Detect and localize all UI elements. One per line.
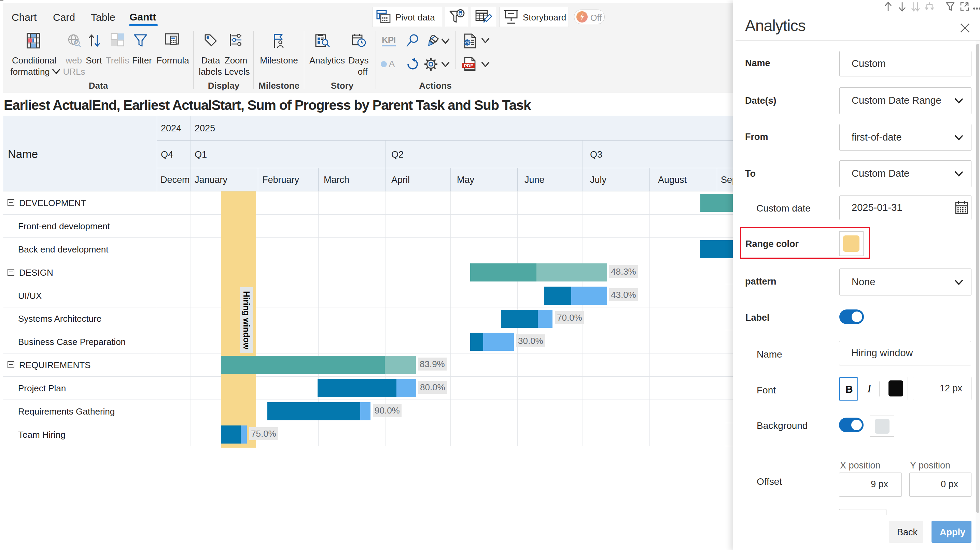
svg-text:PDF: PDF <box>464 63 473 68</box>
svg-text:A: A <box>388 59 395 69</box>
svg-text:KPI: KPI <box>382 35 395 45</box>
